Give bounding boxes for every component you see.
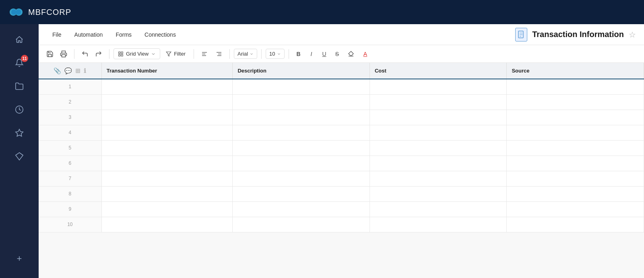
font-size-select[interactable]: 10 [266,49,284,59]
cell-description[interactable] [233,140,370,156]
toolbar-divider-5 [261,49,262,59]
cell-cost[interactable] [369,79,507,94]
cell-transaction-number[interactable] [101,94,233,110]
sidebar-item-history[interactable] [8,99,31,120]
cell-source[interactable] [507,201,644,217]
cell-source[interactable] [507,217,644,232]
grid-view-button[interactable]: Grid View [114,48,160,59]
cell-cost[interactable] [369,110,507,125]
bold-button[interactable]: B [293,48,304,60]
align-left-icon [201,51,208,57]
cell-transaction-number[interactable] [101,186,233,201]
cell-cost[interactable] [369,125,507,140]
menu-automation[interactable]: Automation [69,29,109,40]
cell-cost[interactable] [369,217,507,232]
cell-source[interactable] [507,186,644,201]
table-row[interactable]: 3 [39,110,644,125]
logo-area: MBFCORP [8,6,71,18]
cell-transaction-number[interactable] [101,171,233,186]
cell-description[interactable] [233,79,370,94]
sidebar-item-favorites[interactable] [8,122,31,143]
table-row[interactable]: 5 [39,140,644,156]
cell-transaction-number[interactable] [101,217,233,232]
col-header-cost: Cost [369,63,507,79]
cell-source[interactable] [507,140,644,156]
attach-icon: 📎 [54,67,61,75]
cell-transaction-number[interactable] [101,156,233,171]
cell-description[interactable] [233,110,370,125]
svg-marker-8 [166,52,171,56]
filter-button[interactable]: Filter [162,49,190,59]
cell-description[interactable] [233,171,370,186]
align-right-button[interactable] [213,48,225,60]
filter-label: Filter [174,51,186,57]
underline-button[interactable]: U [319,48,330,60]
header-title-area: Transaction Information ☆ [515,28,636,41]
sidebar-item-folder[interactable] [8,76,31,97]
highlight-button[interactable] [345,48,357,60]
cell-source[interactable] [507,110,644,125]
favorite-star-icon[interactable]: ☆ [629,30,636,39]
cell-source[interactable] [507,156,644,171]
cell-source[interactable] [507,171,644,186]
strikethrough-button[interactable]: S [332,48,343,60]
data-table: 📎 💬 ⊞ ℹ Transaction Number Description C… [39,63,644,232]
table-row[interactable]: 6 [39,156,644,171]
cell-transaction-number[interactable] [101,201,233,217]
italic-button[interactable]: I [306,48,317,60]
cell-description[interactable] [233,94,370,110]
menu-forms[interactable]: Forms [110,29,137,40]
cell-transaction-number[interactable] [101,110,233,125]
font-color-icon: A [363,51,367,57]
table-body: 1 2 3 4 5 [39,79,644,232]
cell-source[interactable] [507,94,644,110]
font-color-button[interactable]: A [359,48,372,60]
cell-cost[interactable] [369,156,507,171]
menu-file[interactable]: File [47,29,67,40]
cell-source[interactable] [507,125,644,140]
cell-description[interactable] [233,125,370,140]
table-row[interactable]: 1 [39,79,644,94]
sidebar-item-apps[interactable] [8,146,31,167]
cell-cost[interactable] [369,94,507,110]
print-button[interactable] [57,48,70,60]
row-controls: 📎 💬 ⊞ ℹ [43,67,97,75]
cell-cost[interactable] [369,140,507,156]
document-icon [518,31,524,39]
cell-source[interactable] [507,79,644,94]
redo-button[interactable] [92,48,105,60]
table-row[interactable]: 10 [39,217,644,232]
sidebar-item-home[interactable] [8,29,31,50]
cell-cost[interactable] [369,201,507,217]
sidebar-add-button[interactable]: + [8,248,31,269]
redo-icon [95,50,102,58]
save-icon [46,50,54,58]
table-row[interactable]: 2 [39,94,644,110]
cell-cost[interactable] [369,171,507,186]
svg-rect-4 [119,52,120,53]
cell-description[interactable] [233,217,370,232]
table-row[interactable]: 9 [39,201,644,217]
font-family-select[interactable]: Arial [234,49,257,59]
menu-connections[interactable]: Connections [139,29,182,40]
svg-rect-7 [121,54,123,56]
undo-button[interactable] [78,48,91,60]
table-row[interactable]: 7 [39,171,644,186]
align-left-button[interactable] [198,48,211,60]
table-row[interactable]: 8 [39,186,644,201]
cell-description[interactable] [233,156,370,171]
grid-area[interactable]: 📎 💬 ⊞ ℹ Transaction Number Description C… [39,63,644,278]
cell-cost[interactable] [369,186,507,201]
save-button[interactable] [43,48,56,60]
cell-transaction-number[interactable] [101,125,233,140]
page-title: Transaction Information [532,30,624,39]
row-number: 5 [39,140,101,156]
table-row[interactable]: 4 [39,125,644,140]
cell-transaction-number[interactable] [101,140,233,156]
cell-transaction-number[interactable] [101,79,233,94]
cell-description[interactable] [233,201,370,217]
notification-badge: 11 [21,55,28,62]
row-number: 10 [39,217,101,232]
cell-description[interactable] [233,186,370,201]
sidebar-item-notifications[interactable]: 11 [8,52,31,73]
